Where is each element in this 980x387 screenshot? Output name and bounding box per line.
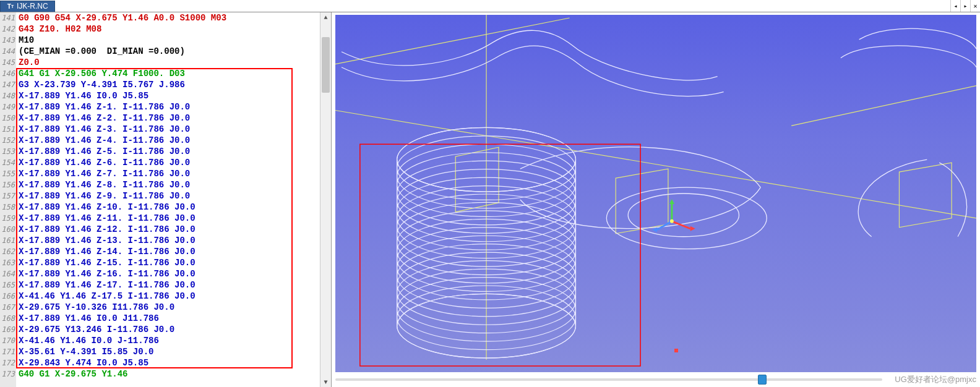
code-line[interactable]: X-29.843 Y.474 I0.0 J5.85 [19,357,320,368]
line-number: 144 [0,46,15,57]
scrollbar-thumb[interactable] [322,37,330,93]
playback-slider[interactable] [335,378,882,381]
code-line[interactable]: G41 G1 X-29.506 Y.474 F1000. D03 [19,68,320,79]
code-line[interactable]: X-17.889 Y1.46 Z-15. I-11.786 J0.0 [19,257,320,268]
code-line[interactable]: X-17.889 Y1.46 Z-5. I-11.786 J0.0 [19,146,320,157]
code-line[interactable]: X-17.889 Y1.46 Z-7. I-11.786 J0.0 [19,168,320,179]
tab-nav-buttons: ◂ ▸ ✕ [950,0,980,12]
line-number: 151 [0,124,15,135]
slider-thumb[interactable] [758,375,767,385]
line-number: 167 [0,302,15,313]
line-number: 166 [0,291,15,302]
line-number: 169 [0,324,15,335]
code-line[interactable]: X-17.889 Y1.46 Z-8. I-11.786 J0.0 [19,179,320,190]
line-number: 160 [0,224,15,235]
line-number: 159 [0,213,15,224]
file-tab[interactable]: TT IJK-R.NC [0,1,55,12]
line-number: 154 [0,157,15,168]
svg-point-4 [628,194,739,237]
tab-nav-next[interactable]: ▸ [960,0,970,12]
code-line[interactable]: X-29.675 Y13.246 I-11.786 J0.0 [19,324,320,335]
tab-nav-prev[interactable]: ◂ [950,0,960,12]
svg-point-35 [670,219,674,223]
line-number: 162 [0,246,15,257]
code-line[interactable]: G0 G90 G54 X-29.675 Y1.46 A0.0 S1000 M03 [19,12,320,23]
code-line[interactable]: X-41.46 Y1.46 Z-17.5 I-11.786 J0.0 [19,291,320,302]
code-line[interactable]: (CE_MIAN =0.000 DI_MIAN =0.000) [19,46,320,57]
line-number: 158 [0,202,15,213]
scroll-up-icon[interactable]: ▲ [320,12,331,22]
code-line[interactable]: X-17.889 Y1.46 Z-3. I-11.786 J0.0 [19,124,320,135]
code-editor[interactable]: G0 G90 G54 X-29.675 Y1.46 A0.0 S1000 M03… [16,12,320,387]
line-number-gutter: 1411421431441451461471481491501511521531… [0,12,16,387]
line-number: 163 [0,257,15,268]
viewport-pane: UG爱好者论坛@pmjxc [332,12,980,387]
line-number: 143 [0,35,15,46]
line-number: 150 [0,113,15,124]
line-number: 145 [0,57,15,68]
code-line[interactable]: X-17.889 Y1.46 I0.0 J11.786 [19,313,320,324]
code-line[interactable]: G43 Z10. H02 M08 [19,23,320,35]
code-line[interactable]: X-35.61 Y-4.391 I5.85 J0.0 [19,346,320,357]
code-line[interactable]: G3 X-23.739 Y-4.391 I5.767 J.986 [19,79,320,90]
marker-dot [674,349,678,352]
code-line[interactable]: X-17.889 Y1.46 Z-4. I-11.786 J0.0 [19,135,320,146]
line-number: 164 [0,268,15,279]
code-line[interactable]: X-17.889 Y1.46 Z-1. I-11.786 J0.0 [19,101,320,113]
3d-viewport[interactable] [335,15,976,372]
svg-marker-30 [669,199,674,204]
line-number: 153 [0,146,15,157]
line-number: 165 [0,279,15,291]
line-number: 173 [0,368,15,380]
scroll-down-icon[interactable]: ▼ [320,377,331,387]
code-line[interactable]: X-41.46 Y1.46 I0.0 J-11.786 [19,335,320,346]
watermark-text: UG爱好者论坛@pmjxc [882,374,976,385]
code-pane: 1411421431441451461471481491501511521531… [0,12,332,387]
code-line[interactable]: X-17.889 Y1.46 Z-17. I-11.786 J0.0 [19,279,320,291]
line-number: 147 [0,79,15,90]
file-tab-title: IJK-R.NC [17,2,48,11]
line-number: 141 [0,12,15,23]
svg-marker-2 [899,163,952,228]
line-number: 149 [0,101,15,113]
code-line[interactable]: X-17.889 Y1.46 Z-11. I-11.786 J0.0 [19,213,320,224]
code-line[interactable]: X-17.889 Y1.46 Z-10. I-11.786 J0.0 [19,202,320,213]
code-line[interactable]: X-17.889 Y1.46 Z-14. I-11.786 J0.0 [19,246,320,257]
code-line[interactable]: M10 [19,35,320,46]
line-number: 171 [0,346,15,357]
code-line[interactable]: X-17.889 Y1.46 Z-9. I-11.786 J0.0 [19,190,320,202]
code-line[interactable]: X-17.889 Y1.46 Z-13. I-11.786 J0.0 [19,235,320,246]
tab-nav-close[interactable]: ✕ [970,0,980,12]
file-icon: TT [7,2,14,10]
code-line[interactable]: X-17.889 Y1.46 Z-16. I-11.786 J0.0 [19,268,320,279]
line-number: 156 [0,179,15,190]
svg-point-3 [606,187,767,249]
line-number: 168 [0,313,15,324]
code-line[interactable]: G40 G1 X-29.675 Y1.46 [19,368,320,380]
code-line[interactable]: X-17.889 Y1.46 Z-2. I-11.786 J0.0 [19,113,320,124]
code-line[interactable]: X-29.675 Y-10.326 I11.786 J0.0 [19,302,320,313]
line-number: 170 [0,335,15,346]
line-number: 155 [0,168,15,179]
line-number: 161 [0,235,15,246]
viewport-footer: UG爱好者论坛@pmjxc [332,372,980,387]
line-number: 152 [0,135,15,146]
code-line[interactable]: X-17.889 Y1.46 Z-12. I-11.786 J0.0 [19,224,320,235]
tab-bar: TT IJK-R.NC ◂ ▸ ✕ [0,0,980,12]
line-number: 146 [0,68,15,79]
code-scrollbar[interactable]: ▲ ▼ [320,12,331,387]
code-line[interactable]: X-17.889 Y1.46 Z-6. I-11.786 J0.0 [19,157,320,168]
line-number: 172 [0,357,15,368]
code-line[interactable]: Z0.0 [19,57,320,68]
line-number: 157 [0,190,15,202]
code-line[interactable]: X-17.889 Y1.46 I0.0 J5.85 [19,90,320,101]
line-number: 142 [0,23,15,35]
svg-marker-34 [652,228,657,232]
line-number: 148 [0,90,15,101]
svg-marker-32 [690,226,695,231]
